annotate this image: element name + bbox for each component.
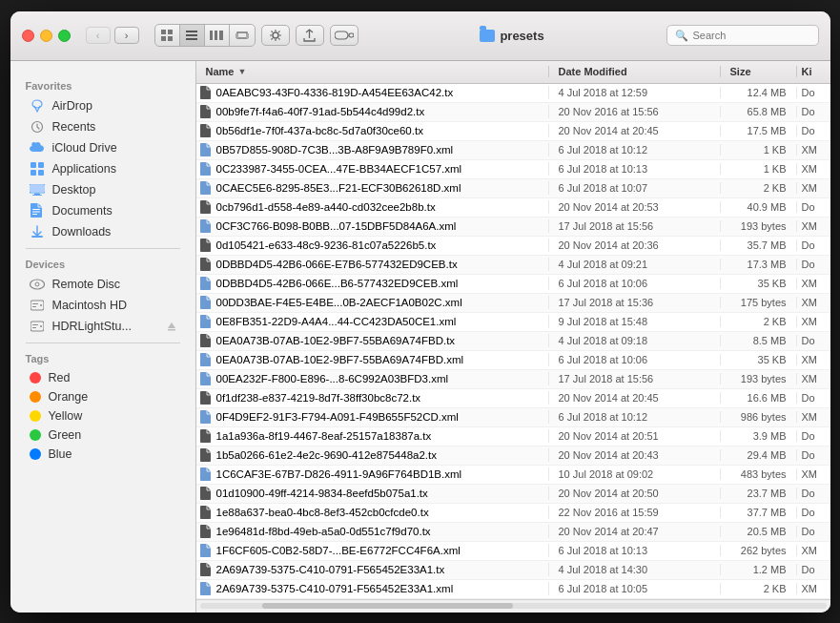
file-date-cell: 17 Jul 2018 at 15:36 xyxy=(549,297,721,308)
navigation-buttons: ‹ › xyxy=(86,27,139,44)
column-name-header[interactable]: Name ▼ xyxy=(196,66,549,77)
sidebar-item-remote-disc[interactable]: Remote Disc xyxy=(14,274,192,295)
table-row[interactable]: 0d105421-e633-48c9-9236-81c07a5226b5.tx … xyxy=(196,237,830,256)
sidebar-item-desktop[interactable]: Desktop xyxy=(14,179,192,200)
sidebar-item-tag-blue[interactable]: Blue xyxy=(14,445,192,464)
macintosh-hd-icon xyxy=(30,298,45,313)
table-row[interactable]: 01d10900-49ff-4214-9834-8eefd5b075a1.tx … xyxy=(196,485,830,504)
table-row[interactable]: 0EA0A73B-07AB-10E2-9BF7-55BA69A74FBD.tx … xyxy=(196,332,830,351)
maximize-button[interactable] xyxy=(58,30,71,42)
table-row[interactable]: 0CF3C766-B098-B0BB...07-15DBF5D84A6A.xml… xyxy=(196,218,830,237)
table-row[interactable]: 0DBBD4D5-42B6-066E...B6-577432ED9CEB.xml… xyxy=(196,275,830,294)
sidebar-item-airdrop[interactable]: AirDrop xyxy=(14,95,192,116)
sidebar-item-hdr[interactable]: HDRLightStu... xyxy=(14,316,192,337)
table-row[interactable]: 1F6CF605-C0B2-58D7-...BE-E6772FCC4F6A.xm… xyxy=(196,542,830,561)
file-name-cell: 1e96481d-f8bd-49eb-a5a0-0d551c7f9d70.tx xyxy=(196,525,549,538)
icon-coverflow xyxy=(236,31,249,40)
view-columns-button[interactable] xyxy=(205,25,230,46)
file-date-cell: 6 Jul 2018 at 10:13 xyxy=(549,163,721,175)
file-name-cell: 0CF3C766-B098-B0BB...07-15DBF5D84A6A.xml xyxy=(196,219,549,233)
table-row[interactable]: 1b5a0266-61e2-4e2c-9690-412e875448a2.tx … xyxy=(196,446,830,466)
view-icons-button[interactable] xyxy=(155,25,180,46)
table-row[interactable]: 0EA0A73B-07AB-10E2-9BF7-55BA69A74FBD.xml… xyxy=(196,351,830,370)
sidebar-item-documents-label: Documents xyxy=(52,204,113,218)
table-row[interactable]: 00b9fe7f-f4a6-40f7-91ad-5b544c4d99d2.tx … xyxy=(196,103,830,122)
table-row[interactable]: 2A69A739-5375-C410-0791-F565452E33A1.xml… xyxy=(196,580,830,599)
file-date-cell: 20 Nov 2014 at 20:51 xyxy=(549,430,721,442)
sidebar-item-downloads[interactable]: Downloads xyxy=(14,221,192,242)
file-date-cell: 20 Nov 2014 at 20:45 xyxy=(549,125,721,136)
file-icon xyxy=(200,391,212,405)
file-date-cell: 6 Jul 2018 at 10:12 xyxy=(549,411,721,423)
table-row[interactable]: 0f1df238-e837-4219-8d7f-38ff30bc8c72.tx … xyxy=(196,389,830,408)
file-name-cell: 0DBBD4D5-42B6-066E-E7B6-577432ED9CEB.tx xyxy=(196,258,549,271)
sidebar-item-recents[interactable]: Recents xyxy=(14,116,192,137)
table-row[interactable]: 0B57D855-908D-7C3B...3B-A8F9A9B789F0.xml… xyxy=(196,141,830,160)
horizontal-scrollbar[interactable] xyxy=(196,599,830,613)
svg-rect-0 xyxy=(161,30,166,34)
table-row[interactable]: 2A69A739-5375-C410-0791-F565452E33A1.tx … xyxy=(196,561,830,580)
action-button[interactable] xyxy=(261,25,290,46)
file-size-cell: 483 bytes xyxy=(721,468,797,480)
svg-point-30 xyxy=(35,282,39,286)
table-row[interactable]: 0C233987-3455-0CEA...47E-BB34AECF1C57.xm… xyxy=(196,160,830,179)
sidebar-item-macintosh-hd[interactable]: Macintosh HD xyxy=(14,295,192,316)
minimize-button[interactable] xyxy=(40,30,52,42)
table-row[interactable]: 0F4D9EF2-91F3-F794-A091-F49B655F52CD.xml… xyxy=(196,408,830,427)
table-row[interactable]: 0b56df1e-7f0f-437a-bc8c-5d7a0f30ce60.tx … xyxy=(196,122,830,141)
file-date-cell: 22 Nov 2016 at 15:59 xyxy=(549,507,721,518)
table-row[interactable]: 1C6CAF3E-67B7-D826-4911-9A96F764BD1B.xml… xyxy=(196,466,830,485)
file-size-cell: 35.7 MB xyxy=(721,239,797,251)
svg-rect-28 xyxy=(31,236,43,238)
file-icon xyxy=(200,429,212,443)
table-row[interactable]: 1e96481d-f8bd-49eb-a5a0-0d551c7f9d70.tx … xyxy=(196,523,830,542)
table-row[interactable]: 00EA232F-F800-E896-...8-6C992A03BFD3.xml… xyxy=(196,370,830,389)
forward-button[interactable]: › xyxy=(114,27,139,44)
column-date-header[interactable]: Date Modified xyxy=(549,66,721,77)
sidebar-item-applications[interactable]: Applications xyxy=(14,158,192,179)
file-icon xyxy=(200,124,212,137)
column-kind-header[interactable]: Ki xyxy=(797,66,830,77)
tag-button[interactable] xyxy=(330,25,359,46)
close-button[interactable] xyxy=(22,30,34,42)
share-button[interactable] xyxy=(296,25,324,46)
svg-rect-12 xyxy=(246,33,249,38)
sidebar-item-tag-orange[interactable]: Orange xyxy=(14,387,192,406)
table-row[interactable]: 1a1a936a-8f19-4467-8eaf-25157a18387a.tx … xyxy=(196,427,830,446)
file-name-cell: 0EA0A73B-07AB-10E2-9BF7-55BA69A74FBD.xml xyxy=(196,353,549,366)
search-box[interactable]: 🔍 xyxy=(666,25,819,46)
file-kind-cell: XM xyxy=(797,182,830,194)
table-row[interactable]: 0DBBD4D5-42B6-066E-E7B6-577432ED9CEB.tx … xyxy=(196,256,830,275)
table-row[interactable]: 0cb796d1-d558-4e89-a440-cd032cee2b8b.tx … xyxy=(196,198,830,218)
sidebar-item-tag-red[interactable]: Red xyxy=(14,368,192,387)
sidebar-item-tag-green[interactable]: Green xyxy=(14,426,192,445)
hscroll-thumb[interactable] xyxy=(262,603,513,609)
file-icon xyxy=(200,143,212,156)
svg-rect-1 xyxy=(168,30,173,34)
search-input[interactable] xyxy=(693,30,810,41)
sidebar-item-tag-yellow-label: Yellow xyxy=(49,409,83,423)
table-row[interactable]: 1e88a637-bea0-4bc8-8ef3-452cb0cfcde0.tx … xyxy=(196,504,830,523)
sidebar-divider-1 xyxy=(26,248,180,249)
table-row[interactable]: 0E8FB351-22D9-A4A4...44-CC423DA50CE1.xml… xyxy=(196,313,830,332)
icloud-icon xyxy=(30,140,45,156)
table-row[interactable]: 00DD3BAE-F4E5-E4BE...0B-2AECF1A0B02C.xml… xyxy=(196,294,830,313)
view-list-button[interactable] xyxy=(180,25,205,46)
sidebar-item-icloud[interactable]: iCloud Drive xyxy=(14,137,192,158)
sidebar-item-remote-disc-label: Remote Disc xyxy=(52,278,121,291)
tag-red-dot xyxy=(30,372,41,384)
file-icon xyxy=(200,86,212,99)
column-size-header[interactable]: Size xyxy=(721,66,797,77)
back-button[interactable]: ‹ xyxy=(86,27,111,44)
sidebar-item-documents[interactable]: Documents xyxy=(14,200,192,221)
table-row[interactable]: 0AEABC93-43F0-4336-819D-A454EE63AC42.tx … xyxy=(196,84,830,103)
file-kind-cell: Do xyxy=(797,564,830,575)
view-cover-button[interactable] xyxy=(230,25,255,46)
sidebar-item-tag-yellow[interactable]: Yellow xyxy=(14,406,192,426)
table-row[interactable]: 0CAEC5E6-8295-85E3...F21-ECF30B62618D.xm… xyxy=(196,179,830,198)
svg-rect-3 xyxy=(168,36,173,41)
file-list[interactable]: 0AEABC93-43F0-4336-819D-A454EE63AC42.tx … xyxy=(196,84,830,599)
file-name-cell: 2A69A739-5375-C410-0791-F565452E33A1.tx xyxy=(196,563,549,576)
file-date-cell: 4 Jul 2018 at 09:21 xyxy=(549,259,721,270)
downloads-icon xyxy=(30,224,45,239)
